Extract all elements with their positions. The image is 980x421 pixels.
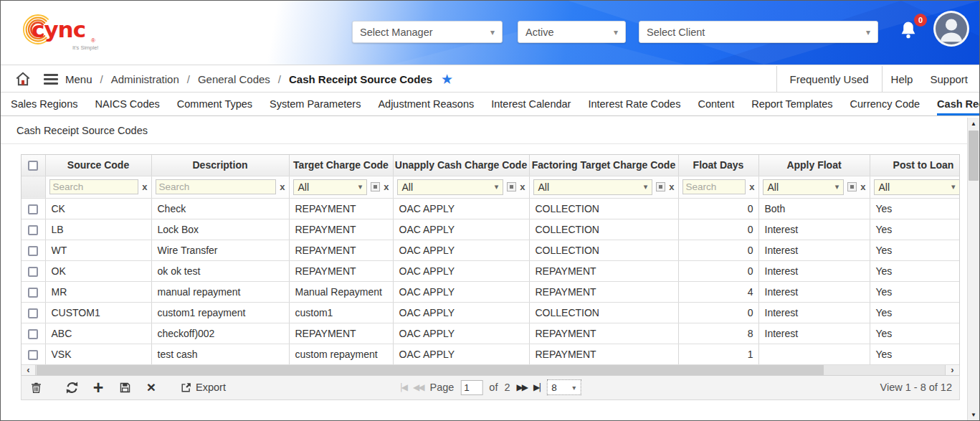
scroll-right-button[interactable]: › <box>945 365 959 375</box>
table-row[interactable]: MRmanual repaymentManual RepaymentOAC AP… <box>22 281 960 302</box>
vertical-scroll-thumb[interactable] <box>969 131 979 181</box>
breadcrumb-general-codes[interactable]: General Codes <box>198 73 270 85</box>
select-all-checkbox[interactable] <box>28 161 38 171</box>
filter-select-apply-float[interactable]: All▾ <box>763 179 845 195</box>
tab-interest-rate-codes[interactable]: Interest Rate Codes <box>588 93 680 115</box>
table-row[interactable]: CUSTOM1custom1 repaymentcustom1OAC APPLY… <box>22 302 960 323</box>
table-row[interactable]: CKCheckREPAYMENTOAC APPLYCOLLECTION0Both… <box>22 198 960 219</box>
user-avatar[interactable] <box>933 11 969 47</box>
row-checkbox[interactable] <box>28 204 38 214</box>
filter-clear-description[interactable]: x <box>280 181 285 192</box>
page-label: Page <box>429 382 454 393</box>
tab-interest-calendar[interactable]: Interest Calendar <box>491 93 571 115</box>
table-row[interactable]: OKok ok testREPAYMENTOAC APPLYREPAYMENT0… <box>22 260 960 281</box>
filter-cell-target-charge-code: All▾x <box>289 176 393 198</box>
column-header-unapply-cash-charge-code[interactable]: Unapply Cash Charge Code <box>393 155 529 176</box>
export-button[interactable]: Export <box>180 382 226 394</box>
row-checkbox[interactable] <box>28 267 38 277</box>
scroll-up-button[interactable]: ▲ <box>968 118 979 129</box>
filter-clear-source-code[interactable]: x <box>142 181 147 192</box>
row-checkbox[interactable] <box>28 225 38 235</box>
filter-select-unapply-cash-charge-code[interactable]: All▾ <box>397 179 504 195</box>
filter-clear-factoring-target-charge-code[interactable]: x <box>669 181 674 192</box>
row-checkbox[interactable] <box>28 308 38 318</box>
filter-option-button-apply-float[interactable] <box>847 182 857 191</box>
table-row[interactable]: VSKtest cashcustom repaymentOAC APPLYREP… <box>22 344 960 364</box>
manager-select[interactable]: Select Manager ▾ <box>352 21 503 43</box>
notification-bell[interactable]: 0 <box>898 19 923 45</box>
column-header-float-days[interactable]: Float Days <box>678 155 758 176</box>
filter-clear-unapply-cash-charge-code[interactable]: x <box>520 181 525 192</box>
save-button[interactable] <box>118 379 132 395</box>
favorite-star-icon[interactable]: ★ <box>441 71 453 87</box>
scroll-down-button[interactable]: ▼ <box>968 409 979 420</box>
filter-option-button-target-charge-code[interactable] <box>371 182 380 191</box>
column-header-source-code[interactable]: Source Code <box>45 155 151 176</box>
table-row[interactable]: ABCcheckoff)002REPAYMENTOAC APPLYREPAYME… <box>22 323 960 344</box>
refresh-button[interactable] <box>65 379 79 395</box>
trash-icon <box>30 381 42 394</box>
filter-clear-target-charge-code[interactable]: x <box>384 181 389 192</box>
frequently-used-link[interactable]: Frequently Used <box>776 66 883 92</box>
status-select[interactable]: Active ▾ <box>518 21 626 43</box>
next-page-button[interactable]: ▶▶ <box>517 382 527 392</box>
filter-clear-apply-float[interactable]: x <box>860 181 865 192</box>
first-page-button[interactable]: |◀ <box>400 382 406 392</box>
scroll-left-button[interactable]: ‹ <box>22 365 36 375</box>
delete-button[interactable] <box>29 379 43 395</box>
tab-content[interactable]: Content <box>698 93 734 115</box>
filter-select-factoring-target-charge-code[interactable]: All▾ <box>533 179 653 195</box>
filter-option-button-factoring-target-charge-code[interactable] <box>656 182 665 191</box>
row-checkbox[interactable] <box>28 246 38 256</box>
filter-cell-factoring-target-charge-code: All▾x <box>529 176 678 198</box>
tab-currency-code[interactable]: Currency Code <box>850 93 920 115</box>
previous-page-button[interactable]: ◀◀ <box>413 382 423 392</box>
column-header-post-to-loan[interactable]: Post to Loan <box>870 155 960 176</box>
hamburger-icon[interactable] <box>44 74 58 85</box>
filter-checkbox-cell <box>22 176 45 198</box>
horizontal-scrollbar[interactable]: ‹ › <box>21 365 960 376</box>
home-icon[interactable] <box>15 71 31 87</box>
tab-system-parameters[interactable]: System Parameters <box>270 93 361 115</box>
filter-input-float-days[interactable] <box>682 179 746 194</box>
help-link[interactable]: Help <box>883 73 922 85</box>
column-header-apply-float[interactable]: Apply Float <box>758 155 870 176</box>
support-link[interactable]: Support <box>921 73 979 85</box>
tab-sales-regions[interactable]: Sales Regions <box>11 93 78 115</box>
row-checkbox[interactable] <box>28 350 38 360</box>
filter-input-description[interactable] <box>156 179 277 194</box>
column-header-description[interactable]: Description <box>151 155 289 176</box>
row-checkbox[interactable] <box>28 288 38 298</box>
cell-unapply-cash-charge-code: OAC APPLY <box>393 219 529 240</box>
column-header-factoring-target-charge-code[interactable]: Factoring Target Charge Code <box>529 155 678 176</box>
cell-unapply-cash-charge-code: OAC APPLY <box>393 260 529 281</box>
tab-report-templates[interactable]: Report Templates <box>751 93 832 115</box>
page-size-select[interactable]: 8 ▾ <box>546 379 581 395</box>
logo-registered-mark: ® <box>91 37 95 44</box>
client-select[interactable]: Select Client ▾ <box>639 21 878 43</box>
table-row[interactable]: WTWire TransferREPAYMENTOAC APPLYCOLLECT… <box>22 240 960 260</box>
filter-select-target-charge-code[interactable]: All▾ <box>293 179 368 195</box>
add-row-button[interactable]: + <box>91 379 105 395</box>
filter-select-post-to-loan[interactable]: All▾ <box>874 179 961 195</box>
page-number-input[interactable] <box>460 380 482 395</box>
filter-option-button-unapply-cash-charge-code[interactable] <box>507 182 516 191</box>
cync-logo[interactable]: cync ® It's Simple! <box>19 9 113 55</box>
vertical-scrollbar[interactable]: ▲ ▼ <box>967 118 979 420</box>
cancel-button[interactable]: × <box>144 379 158 395</box>
tab-naics-codes[interactable]: NAICS Codes <box>95 93 160 115</box>
cell-post-to-loan: Yes <box>870 260 960 281</box>
row-checkbox[interactable] <box>28 329 38 339</box>
table-row[interactable]: LBLock BoxREPAYMENTOAC APPLYCOLLECTION0I… <box>22 219 960 240</box>
tab-comment-types[interactable]: Comment Types <box>177 93 252 115</box>
tab-adjustment-reasons[interactable]: Adjustment Reasons <box>378 93 474 115</box>
column-header-target-charge-code[interactable]: Target Charge Code <box>289 155 393 176</box>
filter-input-source-code[interactable] <box>49 179 139 194</box>
horizontal-scroll-thumb[interactable] <box>37 365 824 375</box>
breadcrumb-administration[interactable]: Administration <box>111 73 179 85</box>
tab-cash-receipt-source-codes[interactable]: Cash Receipt Source Codes <box>937 93 979 115</box>
cell-target-charge-code: custom repayment <box>289 344 393 364</box>
last-page-button[interactable]: ▶| <box>533 382 540 392</box>
menu-link[interactable]: Menu <box>65 73 92 85</box>
filter-clear-float-days[interactable]: x <box>749 181 754 192</box>
